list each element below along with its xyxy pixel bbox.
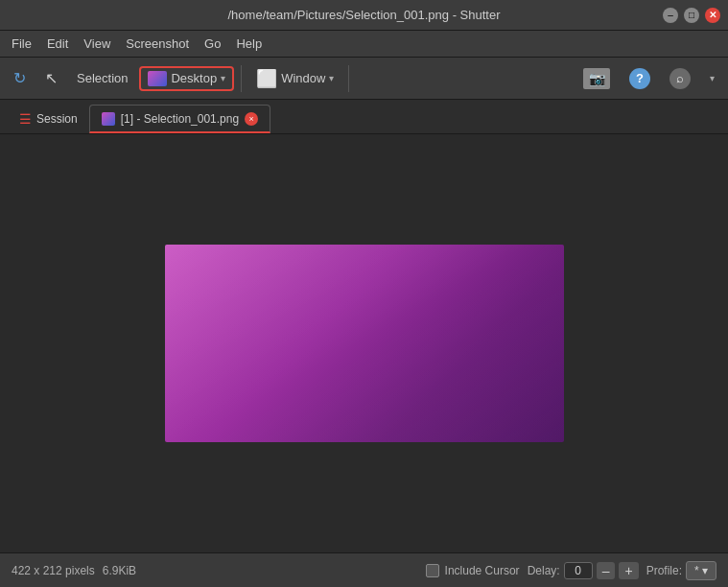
session-icon: ☰ bbox=[19, 111, 32, 127]
help-button[interactable]: ? bbox=[622, 64, 658, 93]
cursor-icon: ↖ bbox=[45, 69, 58, 87]
desktop-label: Desktop bbox=[171, 71, 217, 85]
window-controls: – □ ✕ bbox=[663, 8, 720, 23]
selection-label: Selection bbox=[77, 71, 128, 85]
toolbar: ↻ ↖ Selection Desktop ▾ ⬜ Window ▾ 📷 ? ⌕… bbox=[0, 58, 728, 100]
maximize-button[interactable]: □ bbox=[684, 8, 699, 23]
selection-button[interactable]: Selection bbox=[69, 67, 135, 89]
delay-minus-button[interactable]: – bbox=[597, 562, 616, 579]
minimize-button[interactable]: – bbox=[663, 8, 678, 23]
more-arrow-icon: ▾ bbox=[710, 73, 715, 83]
screenshot-preview bbox=[165, 245, 564, 442]
menu-screenshot[interactable]: Screenshot bbox=[118, 35, 197, 53]
file-size: 6.9KiB bbox=[103, 564, 136, 577]
include-cursor-label: Include Cursor bbox=[445, 564, 520, 577]
profile-section: Profile: * ▾ bbox=[646, 561, 716, 580]
status-info: 422 x 212 pixels 6.9KiB bbox=[12, 564, 418, 577]
window-icon: ⬜ bbox=[256, 68, 277, 89]
window-title: /home/team/Pictures/Selection_001.png - … bbox=[65, 8, 663, 22]
image-tab-label: [1] - Selection_001.png bbox=[121, 112, 239, 126]
toolbar-separator-1 bbox=[241, 65, 242, 92]
search-icon: ⌕ bbox=[669, 68, 691, 89]
close-button[interactable]: ✕ bbox=[705, 8, 720, 23]
search-button[interactable]: ⌕ bbox=[662, 64, 698, 93]
menu-go[interactable]: Go bbox=[197, 35, 228, 53]
image-dimensions: 422 x 212 pixels bbox=[12, 564, 95, 577]
toolbar-separator-2 bbox=[348, 65, 349, 92]
include-cursor-checkbox[interactable] bbox=[426, 564, 439, 577]
canvas-area bbox=[0, 134, 728, 552]
gradient-image bbox=[165, 245, 564, 442]
menu-file[interactable]: File bbox=[4, 35, 39, 53]
delay-section: Delay: 0 – + bbox=[528, 562, 639, 579]
delay-value: 0 bbox=[564, 562, 593, 579]
tab-image[interactable]: [1] - Selection_001.png × bbox=[89, 105, 270, 133]
refresh-button[interactable]: ↻ bbox=[6, 65, 34, 91]
help-icon: ? bbox=[629, 68, 650, 89]
menu-edit[interactable]: Edit bbox=[39, 35, 76, 53]
statusbar: 422 x 212 pixels 6.9KiB Include Cursor D… bbox=[0, 552, 728, 587]
profile-label: Profile: bbox=[646, 564, 682, 577]
tab-session[interactable]: ☰ Session bbox=[8, 105, 89, 133]
delay-plus-button[interactable]: + bbox=[619, 562, 638, 579]
menu-view[interactable]: View bbox=[76, 35, 118, 53]
cursor-button[interactable]: ↖ bbox=[37, 65, 65, 91]
tab-color-icon bbox=[102, 112, 115, 126]
refresh-icon: ↻ bbox=[13, 69, 26, 87]
window-label: Window bbox=[281, 71, 325, 85]
toolbar-icon-1[interactable]: 📷 bbox=[575, 64, 618, 93]
camera-icon: 📷 bbox=[583, 68, 610, 89]
include-cursor-section: Include Cursor bbox=[426, 564, 520, 577]
desktop-dropdown-arrow: ▾ bbox=[221, 73, 225, 83]
tabs-bar: ☰ Session [1] - Selection_001.png × bbox=[0, 100, 728, 134]
titlebar: /home/team/Pictures/Selection_001.png - … bbox=[0, 0, 728, 31]
desktop-button[interactable]: Desktop ▾ bbox=[139, 66, 234, 91]
window-dropdown-arrow: ▾ bbox=[329, 73, 334, 83]
menubar: File Edit View Screenshot Go Help bbox=[0, 31, 728, 58]
delay-label: Delay: bbox=[528, 564, 560, 577]
window-button[interactable]: ⬜ Window ▾ bbox=[248, 64, 341, 93]
desktop-icon bbox=[148, 71, 167, 86]
session-tab-label: Session bbox=[36, 112, 78, 126]
more-button[interactable]: ▾ bbox=[702, 69, 722, 87]
main-content: 422 x 212 pixels 6.9KiB Include Cursor D… bbox=[0, 134, 728, 587]
profile-value: * ▾ bbox=[694, 564, 708, 577]
menu-help[interactable]: Help bbox=[228, 35, 270, 53]
tab-close-button[interactable]: × bbox=[245, 112, 258, 126]
profile-dropdown[interactable]: * ▾ bbox=[686, 561, 716, 580]
